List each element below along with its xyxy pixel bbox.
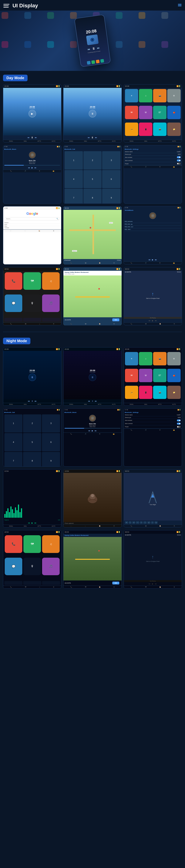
google-item-2[interactable]: News bbox=[4, 224, 60, 225]
hero-next-icon[interactable]: ⏭ bbox=[97, 46, 100, 50]
bt-prev[interactable]: ⏮ bbox=[28, 167, 30, 169]
ns-auto-connect-toggle[interactable] bbox=[177, 423, 181, 425]
social-item-1[interactable]: 华语_2090.MP4 bbox=[125, 220, 181, 223]
nm1-pause[interactable]: ⏸ bbox=[31, 400, 33, 402]
menu-icon[interactable] bbox=[3, 2, 10, 9]
numpad-1[interactable]: 1 bbox=[64, 151, 83, 169]
app-radio[interactable]: 📻 bbox=[125, 123, 138, 136]
social-prev[interactable]: ⏮ bbox=[149, 259, 151, 261]
road-btn-5[interactable]: ○ bbox=[140, 521, 143, 524]
social-play[interactable]: ▶ bbox=[152, 259, 154, 261]
road-btn-8[interactable]: ↓ bbox=[151, 521, 154, 524]
nw-next[interactable]: ⏭ bbox=[34, 522, 36, 524]
road-btn-2[interactable]: ↑ bbox=[129, 521, 132, 524]
nm1-play-circle[interactable]: ⏸ bbox=[28, 373, 36, 381]
numpad-8[interactable]: 8 bbox=[83, 189, 102, 204]
nbt-numpad-4[interactable]: 4 bbox=[4, 433, 23, 451]
ncp-maps[interactable]: 🗺 bbox=[23, 535, 41, 553]
ncp-messages[interactable]: 💬 bbox=[5, 558, 22, 575]
s2-prev[interactable]: ⏮ bbox=[88, 136, 90, 138]
road-btn-4[interactable]: ← bbox=[136, 521, 139, 524]
s1-play-circle[interactable]: ▶ bbox=[28, 110, 36, 118]
np-next[interactable]: ⏭ bbox=[155, 319, 157, 322]
ncp-spotify[interactable]: 🎵 bbox=[42, 558, 60, 575]
carplay-dock-item-2[interactable] bbox=[23, 318, 41, 322]
social-item-2[interactable]: 华语_2090...jpg bbox=[125, 223, 181, 226]
carplay-music[interactable]: ♫ bbox=[42, 272, 60, 290]
ns-power-toggle[interactable] bbox=[177, 426, 181, 428]
np-prev[interactable]: ⏮ bbox=[149, 319, 151, 322]
carplay-dock-item-3[interactable] bbox=[42, 318, 60, 322]
nm2-next[interactable]: ⏭ bbox=[95, 400, 97, 402]
road-btn-9[interactable]: ↘ bbox=[154, 521, 158, 524]
nm1-next[interactable]: ⏭ bbox=[35, 400, 36, 402]
numpad-5[interactable]: 5 bbox=[83, 170, 102, 188]
na-phone[interactable]: 📱 bbox=[139, 386, 152, 399]
hero-prev-icon[interactable]: ⏮ bbox=[87, 48, 90, 51]
app-settings[interactable]: ⚙ bbox=[167, 89, 181, 102]
app-carplay[interactable]: 🍎 bbox=[167, 106, 181, 119]
nbt-numpad-8[interactable]: 8 bbox=[23, 452, 41, 467]
ns-auto-answer-toggle[interactable] bbox=[177, 420, 181, 422]
carplay-messages[interactable]: 💬 bbox=[5, 294, 22, 312]
carplay-dock-item-1[interactable] bbox=[4, 318, 23, 322]
auto-connect-toggle[interactable] bbox=[177, 159, 181, 161]
na-carplay[interactable]: 🍎 bbox=[167, 369, 181, 382]
nbt-next[interactable]: ⏭ bbox=[95, 430, 97, 432]
google-item-4[interactable]: Translate bbox=[4, 227, 60, 229]
google-item-3[interactable]: Maps bbox=[4, 225, 60, 227]
app-bt[interactable]: BT bbox=[153, 106, 166, 119]
app-music[interactable]: ♫ bbox=[139, 89, 152, 102]
na-radio[interactable]: 📻 bbox=[125, 386, 138, 399]
s2-next[interactable]: ⏭ bbox=[95, 136, 97, 138]
app-camera[interactable]: 📸 bbox=[153, 123, 166, 136]
numpad-6[interactable]: 6 bbox=[102, 170, 120, 188]
header-dots-icon[interactable] bbox=[178, 3, 182, 8]
road-btn-1[interactable]: ↖ bbox=[125, 521, 128, 524]
nbt-numpad-6[interactable]: 6 bbox=[42, 433, 60, 451]
ncp-music[interactable]: ♫ bbox=[42, 535, 60, 553]
nbt-numpad-3[interactable]: 3 bbox=[42, 414, 60, 433]
app-nav[interactable]: 🗺 bbox=[125, 106, 138, 119]
nm2-prev[interactable]: ⏮ bbox=[88, 400, 90, 402]
app-phone[interactable]: 📱 bbox=[139, 123, 152, 136]
s2-play-circle[interactable]: ⏸ bbox=[89, 110, 96, 118]
power-toggle[interactable] bbox=[177, 163, 181, 164]
bt-play[interactable]: ▶ bbox=[31, 167, 33, 169]
social-next[interactable]: ⏭ bbox=[155, 259, 157, 261]
na-nav[interactable]: 🗺 bbox=[125, 369, 138, 382]
s2-pause[interactable]: ⏸ bbox=[91, 136, 94, 139]
s1-prev[interactable]: ⏮ bbox=[28, 136, 29, 138]
ncp-phone[interactable]: 📞 bbox=[5, 535, 22, 553]
nm1-prev[interactable]: ⏮ bbox=[28, 400, 30, 402]
na-camera[interactable]: 📸 bbox=[153, 386, 166, 399]
road-btn-3[interactable]: ↗ bbox=[132, 521, 135, 524]
na-telegram[interactable]: ✈ bbox=[125, 352, 138, 365]
nn-go-btn[interactable]: GO bbox=[112, 582, 119, 584]
bt-next[interactable]: ⏭ bbox=[34, 167, 36, 169]
numpad-4[interactable]: 4 bbox=[64, 170, 83, 188]
nnp-next[interactable]: ⏭ bbox=[155, 583, 157, 585]
app-waze[interactable]: W bbox=[139, 106, 152, 119]
carplay-podcasts[interactable]: 🎙 bbox=[23, 294, 41, 312]
auto-answer-toggle[interactable] bbox=[177, 156, 181, 158]
app-files[interactable]: 📁 bbox=[167, 123, 181, 136]
carplay-spotify[interactable]: 🎵 bbox=[42, 294, 60, 312]
nnp-play[interactable]: ▶ bbox=[152, 583, 154, 585]
na-bt[interactable]: BT bbox=[153, 369, 166, 382]
na-settings[interactable]: ⚙ bbox=[167, 352, 181, 365]
ncp-dock-3[interactable] bbox=[42, 581, 60, 585]
nav2-go-btn[interactable]: GO bbox=[112, 318, 119, 321]
na-waze[interactable]: W bbox=[139, 369, 152, 382]
road-btn-6[interactable]: → bbox=[143, 521, 147, 524]
nbt-numpad-5[interactable]: 5 bbox=[23, 433, 41, 451]
ncp-dock-2[interactable] bbox=[23, 581, 41, 585]
numpad-2[interactable]: 2 bbox=[83, 151, 102, 169]
numpad-7[interactable]: 7 bbox=[64, 189, 83, 204]
nm2-pause[interactable]: ⏸ bbox=[91, 400, 94, 402]
numpad-3[interactable]: 3 bbox=[102, 151, 120, 169]
numpad-9[interactable]: 9 bbox=[102, 189, 120, 204]
nbt-play[interactable]: ▶ bbox=[92, 430, 93, 432]
carplay-maps[interactable]: 🗺 bbox=[23, 272, 41, 290]
google-item-1[interactable]: Weather bbox=[4, 222, 60, 224]
